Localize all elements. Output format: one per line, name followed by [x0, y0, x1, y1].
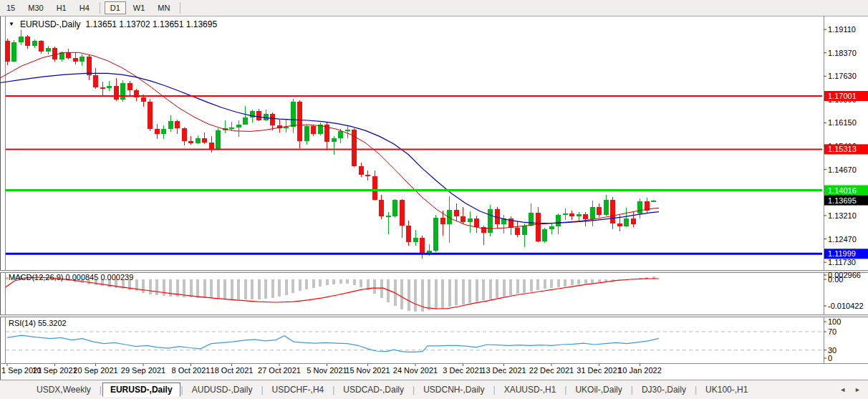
candle — [569, 213, 574, 217]
price-tick-label: 1.11730 — [828, 258, 856, 266]
macd-bar — [210, 279, 213, 298]
candle — [297, 102, 302, 141]
candle — [522, 226, 527, 235]
macd-bar — [564, 279, 566, 287]
chart-tab-usdchf-[interactable]: USDCHF-,H4 — [264, 383, 332, 397]
chart-tab-usdx[interactable]: USDX,Weekly — [29, 383, 99, 397]
macd-axis-label: 0.00 — [828, 275, 843, 284]
date-tick-label: 13 Dec 2021 — [481, 366, 526, 375]
chart-tabs-bar: USDX,Weekly|EURUSD-,Daily|AUDUSD-,Daily|… — [0, 380, 868, 399]
candle — [270, 114, 275, 125]
macd-bar — [509, 279, 512, 295]
candle — [196, 138, 201, 143]
chart-tab-xauusd-[interactable]: XAUUSD-,H1 — [496, 383, 564, 397]
chart-tab-usdcnh-[interactable]: USDCNH-,Daily — [415, 383, 492, 397]
candle — [624, 218, 629, 226]
tabs-scroll-left-icon[interactable]: ◄ — [839, 386, 846, 393]
candle — [107, 86, 112, 88]
macd-bar — [339, 279, 342, 284]
macd-bar — [598, 279, 601, 282]
chart-tab-ukoil-[interactable]: UKOil-,Daily — [567, 383, 630, 397]
macd-bar — [244, 279, 247, 299]
candle — [549, 226, 554, 229]
timeframe-button-15[interactable]: 15 — [1, 1, 21, 14]
timeframe-button-mn[interactable]: MN — [152, 1, 175, 14]
macd-bar — [326, 279, 329, 285]
macd-bar — [183, 279, 185, 297]
timeframe-button-w1[interactable]: W1 — [127, 1, 151, 14]
macd-bar — [489, 279, 492, 299]
candle — [597, 207, 602, 215]
candle — [168, 121, 173, 130]
candle — [488, 209, 493, 233]
candle — [141, 97, 146, 101]
candle — [460, 216, 466, 222]
tab-separator: | — [413, 385, 415, 395]
candle — [440, 218, 445, 225]
candle — [39, 41, 44, 52]
macd-bar — [414, 279, 417, 312]
price-tick-label: 1.12470 — [828, 235, 857, 244]
timeframe-button-d1[interactable]: D1 — [105, 1, 126, 14]
candle — [365, 175, 370, 176]
candle — [229, 128, 234, 129]
macd-bar — [408, 279, 410, 311]
date-tick-label: 22 Dec 2021 — [529, 366, 574, 375]
macd-bar — [291, 279, 294, 293]
macd-bar — [149, 279, 152, 294]
macd-indicator-label: MACD(12,26,9) 0.000845 0.000239 — [9, 273, 133, 282]
date-tick-label: 8 Oct 2021 — [172, 366, 211, 375]
tabs-scroll-right-icon[interactable]: ► — [854, 386, 861, 393]
timeframe-button-h4[interactable]: H4 — [74, 1, 95, 14]
candle — [345, 130, 350, 131]
macd-bar — [346, 279, 349, 284]
candle — [52, 48, 57, 59]
candle — [631, 218, 636, 224]
price-tick-label: 1.13210 — [828, 211, 857, 220]
price-tag-label: 1.15313 — [828, 145, 857, 153]
date-tick-label: 24 Nov 2021 — [393, 366, 438, 375]
macd-bar — [571, 279, 574, 285]
timeframe-button-h1[interactable]: H1 — [51, 1, 72, 14]
macd-bar — [584, 279, 587, 284]
candle — [400, 200, 405, 226]
timeframe-toolbar: 15M30H1H4D1W1MN — [0, 0, 868, 16]
tab-separator: | — [564, 385, 566, 395]
macd-bar — [237, 279, 240, 299]
candle — [236, 125, 241, 128]
date-tick-label: 10 Sep 2021 — [32, 366, 77, 375]
date-tick-label: 5 Nov 2021 — [307, 366, 347, 375]
candle — [392, 200, 397, 216]
chart-tab-dj30-[interactable]: DJ30-,Daily — [634, 383, 694, 397]
price-tick-label: 1.14670 — [828, 165, 857, 174]
macd-bar — [258, 279, 261, 299]
macd-bar — [550, 279, 553, 288]
rsi-axis-label: 70 — [828, 327, 836, 336]
macd-bar — [299, 279, 302, 291]
tab-separator: | — [695, 385, 697, 395]
chart-tab-eurusd-[interactable]: EURUSD-,Daily — [102, 383, 180, 397]
chart-tab-audusd-[interactable]: AUDUSD-,Daily — [184, 383, 261, 397]
candle — [79, 57, 85, 62]
candle — [291, 102, 296, 127]
date-tick-label: 31 Dec 2021 — [577, 366, 621, 375]
candle — [379, 200, 384, 216]
candle — [100, 87, 105, 89]
date-tick-label: 20 Sep 2021 — [73, 366, 117, 375]
candle — [386, 216, 391, 217]
timeframe-button-m30[interactable]: M30 — [22, 1, 49, 14]
toolbar-separator — [100, 2, 100, 14]
collapse-panel-icon[interactable]: ▼ — [9, 21, 14, 27]
date-tick-label: 10 Jan 2022 — [618, 366, 662, 375]
date-tick-label: 3 Dec 2021 — [443, 366, 483, 375]
candle — [32, 41, 37, 46]
chart-tab-usdcad-[interactable]: USDCAD-,Daily — [335, 383, 412, 397]
price-tick-label: 1.19110 — [828, 25, 856, 34]
macd-bar — [557, 279, 560, 287]
macd-bar — [319, 279, 322, 287]
candle — [372, 176, 377, 199]
candle — [590, 207, 595, 219]
candle — [542, 229, 547, 241]
macd-bar — [516, 279, 519, 294]
chart-tab-uk100-[interactable]: UK100-,H1 — [698, 383, 756, 397]
